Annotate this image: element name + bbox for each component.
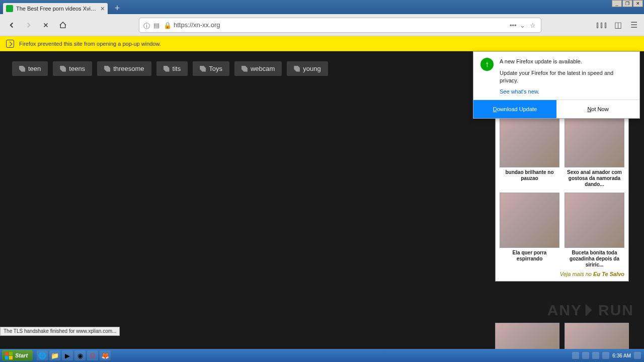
tag-webcam[interactable]: webcam — [234, 61, 282, 76]
taskbar: Start 🌐 📁 ▶ ◉ O 🦊 6:36 AM — [0, 349, 644, 362]
tray-desktop-icon[interactable] — [634, 352, 641, 359]
tray-expand-icon[interactable] — [572, 352, 579, 359]
ad-cell[interactable]: Sexo anal amador com gostosa da namorada… — [565, 112, 624, 188]
ad-thumb[interactable] — [495, 323, 559, 353]
update-arrow-icon: ↑ — [480, 58, 494, 71]
popup-blocked-text: Firefox prevented this site from opening… — [19, 41, 161, 47]
pocket-icon[interactable]: ⌄ — [520, 22, 527, 29]
update-heading: A new Firefox update is available. — [500, 58, 632, 65]
status-bar: The TLS handshake finished for www.xplia… — [0, 327, 120, 336]
tag-threesome[interactable]: threesome — [97, 61, 151, 76]
windows-logo-icon — [5, 352, 13, 359]
sidebar-ad-2 — [495, 323, 629, 353]
stop-button[interactable] — [39, 19, 52, 32]
ad-thumb — [500, 193, 559, 248]
window-titlebar: The Best Free porn videos Xvideos × + _ … — [0, 0, 644, 14]
popup-blocked-icon — [6, 40, 14, 48]
explorer-icon[interactable]: 📁 — [49, 350, 60, 360]
new-tab-button[interactable]: + — [112, 4, 123, 13]
ad-caption: Ela quer porra espirrando — [500, 250, 559, 262]
forward-button[interactable] — [22, 19, 35, 32]
download-update-button[interactable]: Download Update — [473, 100, 556, 118]
lock-warning-icon: 🔒 — [164, 22, 171, 29]
tab-favicon — [6, 5, 13, 12]
reader-icon[interactable]: ▤ — [153, 22, 160, 29]
sidebar-ad: bundao brilhante no pauzaoSexo anal amad… — [495, 108, 629, 282]
library-icon[interactable]: ⫿⫿⫿ — [597, 20, 607, 30]
menu-icon[interactable]: ☰ — [629, 20, 639, 30]
system-tray: 6:36 AM — [572, 352, 644, 359]
watermark: ANY🞂RUN — [547, 302, 634, 319]
ad-caption: Sexo anal amador com gostosa da namorada… — [565, 169, 624, 188]
window-controls: _ ❐ ✕ — [611, 0, 643, 7]
sidebar-icon[interactable]: ◫ — [613, 20, 623, 30]
tag-icon — [164, 66, 170, 72]
not-now-button[interactable]: Not Now — [556, 100, 639, 118]
back-button[interactable] — [5, 19, 18, 32]
bookmark-icon[interactable]: ☆ — [530, 22, 537, 29]
ad-cell[interactable]: bundao brilhante no pauzao — [500, 112, 559, 188]
browser-toolbar: ⓘ ▤ 🔒 ••• ⌄ ☆ ⫿⫿⫿ ◫ ☰ — [0, 14, 644, 36]
ad-caption: Buceta bonita toda gozadinha depois da s… — [565, 250, 624, 268]
update-popup: ↑ A new Firefox update is available. Upd… — [473, 51, 640, 119]
info-icon[interactable]: ⓘ — [143, 22, 150, 29]
tag-tits[interactable]: tits — [156, 61, 188, 76]
start-button[interactable]: Start — [2, 350, 33, 361]
home-button[interactable] — [56, 19, 69, 32]
tray-shield-icon[interactable] — [582, 352, 589, 359]
browser-tab[interactable]: The Best Free porn videos Xvideos × — [3, 3, 108, 14]
update-link[interactable]: See what's new. — [500, 88, 539, 95]
popup-blocked-bar: Firefox prevented this site from opening… — [0, 36, 644, 51]
tag-icon — [242, 66, 248, 72]
tag-young[interactable]: young — [287, 61, 328, 76]
more-icon[interactable]: ••• — [510, 22, 517, 29]
tray-volume-icon[interactable] — [592, 352, 599, 359]
minimize-button[interactable]: _ — [612, 0, 622, 7]
tag-icon — [200, 66, 206, 72]
close-window-button[interactable]: ✕ — [633, 0, 643, 7]
tag-toys[interactable]: Toys — [193, 61, 229, 76]
tag-teens[interactable]: teens — [53, 61, 92, 76]
tag-icon — [104, 66, 110, 72]
close-tab-icon[interactable]: × — [101, 5, 105, 13]
ie-icon[interactable]: 🌐 — [37, 350, 48, 360]
url-bar[interactable]: ⓘ ▤ 🔒 ••• ⌄ ☆ — [139, 18, 541, 33]
ad-cell[interactable]: Buceta bonita toda gozadinha depois da s… — [565, 193, 624, 268]
ad-thumb — [500, 112, 559, 167]
tray-flag-icon[interactable] — [602, 352, 609, 359]
page-content: teenteensthreesometitsToyswebcamyoung ↑ … — [0, 51, 644, 349]
ad-thumb[interactable] — [565, 323, 629, 353]
tag-icon — [294, 66, 300, 72]
update-body: Update your Firefox for the latest in sp… — [500, 69, 632, 84]
clock[interactable]: 6:36 AM — [612, 353, 631, 358]
ad-footer[interactable]: Veja mais no Eu Te Salvo — [500, 271, 624, 277]
tag-teen[interactable]: teen — [12, 61, 48, 76]
chrome-icon[interactable]: ◉ — [74, 350, 86, 360]
maximize-button[interactable]: ❐ — [622, 0, 632, 7]
url-input[interactable] — [174, 21, 507, 29]
ad-cell[interactable]: Ela quer porra espirrando — [500, 193, 559, 268]
media-icon[interactable]: ▶ — [62, 350, 73, 360]
ad-thumb — [565, 112, 624, 167]
tag-icon — [19, 66, 25, 72]
opera-icon[interactable]: O — [87, 350, 98, 360]
quick-launch: 🌐 📁 ▶ ◉ O 🦊 — [37, 350, 111, 360]
firefox-icon[interactable]: 🦊 — [100, 350, 111, 360]
tab-title: The Best Free porn videos Xvideos — [16, 6, 98, 12]
ad-caption: bundao brilhante no pauzao — [500, 169, 559, 182]
tag-icon — [60, 66, 66, 72]
ad-thumb — [565, 193, 624, 248]
